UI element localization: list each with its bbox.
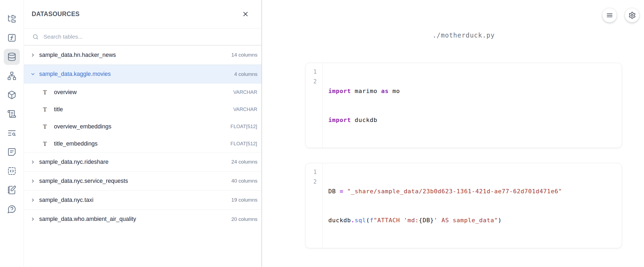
search-icon [32,34,39,40]
notebook-filename[interactable]: ./motherduck.py [305,32,622,39]
notebook-main: ./motherduck.py 1 2 import marimo as mo … [262,0,644,267]
table-columns-group: T overview VARCHAR T title VARCHAR T ove… [24,84,261,153]
code-editor[interactable]: DB = "_share/sample_data/23b0d623-1361-4… [323,163,622,248]
variables-icon[interactable] [4,30,20,46]
chevron-right-icon[interactable] [30,217,39,222]
table-row[interactable]: sample_data.nyc.taxi 19 columns [24,191,261,210]
table-name: sample_data.nyc.taxi [39,197,231,203]
column-name: overview [54,89,233,96]
column-row[interactable]: T title_embeddings FLOAT[512] [24,135,261,152]
search-row [24,28,261,46]
code-cell: 1 2 import marimo as mo import duckdb [305,63,622,148]
datasources-panel: DATASOURCES sample_data.hn.hacker_news 1… [24,0,262,267]
column-name: overview_embeddings [54,123,231,130]
datasources-panel-header: DATASOURCES [24,0,261,28]
code-line: import marimo as mo [328,86,619,96]
scratchpad-icon[interactable] [4,182,20,198]
table-column-count: 40 columns [231,178,257,184]
table-column-count: 4 columns [234,71,257,77]
chevron-right-icon[interactable] [30,198,39,203]
table-column-count: 19 columns [231,197,257,203]
code-cell: 1 2 DB = "_share/sample_data/23b0d623-13… [305,163,622,248]
line-number: 1 [305,67,317,77]
column-type: FLOAT[512] [231,141,257,147]
line-number: 2 [305,77,317,86]
panel-title: DATASOURCES [32,10,80,18]
notebook-content: ./motherduck.py 1 2 import marimo as mo … [305,0,622,267]
column-type: VARCHAR [233,89,257,95]
logs-icon[interactable] [4,106,20,122]
table-row[interactable]: sample_data.nyc.service_requests 40 colu… [24,172,261,191]
table-name: sample_data.kaggle.movies [39,71,234,77]
close-icon[interactable] [240,9,251,19]
table-name: sample_data.hn.hacker_news [39,52,231,58]
table-row[interactable]: sample_data.hn.hacker_news 14 columns [24,46,261,65]
type-text-icon: T [43,123,54,130]
menu-icon[interactable] [602,8,617,23]
column-row[interactable]: T title VARCHAR [24,101,261,118]
table-name: sample_data.who.ambient_air_quality [39,216,231,222]
snippets-icon[interactable] [4,163,20,179]
column-name: title [54,106,233,113]
table-row[interactable]: sample_data.who.ambient_air_quality 20 c… [24,210,261,229]
tracebacks-icon[interactable] [4,125,20,141]
code-line: duckdb.sql(f"ATTACH 'md:{DB}' AS sample_… [328,216,619,225]
file-explorer-icon[interactable] [4,11,20,27]
code-line: import duckdb [328,115,619,125]
tables-list: sample_data.hn.hacker_news 14 columns sa… [24,46,261,267]
datasources-icon[interactable] [4,49,20,65]
marimo-app: DATASOURCES sample_data.hn.hacker_news 1… [0,0,644,267]
code-editor[interactable]: import marimo as mo import duckdb [323,63,622,148]
type-text-icon: T [43,106,54,113]
table-column-count: 14 columns [231,52,257,58]
line-number: 1 [305,167,317,177]
line-numbers: 1 2 [305,163,323,248]
chevron-right-icon[interactable] [30,53,39,58]
chevron-down-icon[interactable] [30,72,39,77]
dependency-graph-icon[interactable] [4,68,20,84]
search-input[interactable] [43,34,194,40]
line-number: 2 [305,177,317,187]
topbar-actions [602,8,639,23]
chevron-right-icon[interactable] [30,160,39,165]
table-column-count: 20 columns [231,216,257,222]
column-row[interactable]: T overview_embeddings FLOAT[512] [24,118,261,135]
table-name: sample_data.nyc.rideshare [39,159,231,165]
column-name: title_embeddings [54,140,231,147]
help-icon[interactable] [4,201,20,217]
table-column-count: 24 columns [231,159,257,165]
table-row-selected[interactable]: sample_data.kaggle.movies 4 columns [24,65,261,84]
type-text-icon: T [43,89,54,96]
type-text-icon: T [43,140,54,147]
line-numbers: 1 2 [305,63,323,148]
documentation-icon[interactable] [4,144,20,160]
code-line: DB = "_share/sample_data/23b0d623-1361-4… [328,187,619,196]
chevron-right-icon[interactable] [30,179,39,184]
icon-rail [0,0,24,267]
packages-icon[interactable] [4,87,20,103]
column-row[interactable]: T overview VARCHAR [24,84,261,101]
column-type: VARCHAR [233,106,257,112]
column-type: FLOAT[512] [231,124,257,129]
table-row[interactable]: sample_data.nyc.rideshare 24 columns [24,153,261,172]
table-name: sample_data.nyc.service_requests [39,178,231,184]
settings-icon[interactable] [625,8,639,23]
